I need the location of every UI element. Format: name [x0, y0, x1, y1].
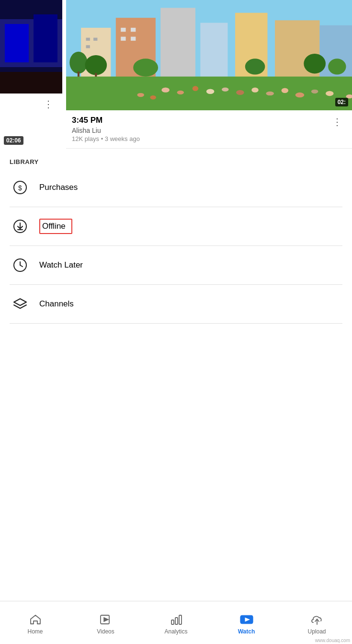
svg-rect-8	[160, 8, 195, 87]
svg-marker-52	[14, 299, 26, 305]
svg-point-36	[266, 92, 274, 95]
svg-rect-13	[86, 38, 90, 41]
library-item-channels[interactable]: Channels	[10, 285, 342, 324]
small-thumb-svg	[0, 0, 62, 94]
svg-rect-15	[86, 45, 90, 48]
video-carousel: 02:06 ⋮	[0, 0, 352, 149]
svg-text:$: $	[18, 184, 22, 192]
small-thumbnail	[0, 0, 62, 94]
large-card-info: 3:45 PM Alisha Liu 12K plays • 3 weeks a…	[66, 110, 352, 149]
nav-label-analytics: Analytics	[164, 628, 187, 635]
svg-point-35	[251, 87, 259, 92]
offline-highlight-box: Offline	[39, 219, 72, 234]
videos-icon	[99, 613, 113, 626]
svg-point-42	[150, 95, 156, 99]
svg-point-25	[328, 59, 346, 74]
svg-rect-19	[131, 37, 136, 41]
svg-point-32	[206, 89, 215, 94]
library-section: LIBRARY $ Purchases Off	[0, 149, 352, 324]
svg-point-24	[304, 54, 326, 74]
download-icon	[10, 216, 31, 237]
nav-item-home[interactable]: Home	[0, 601, 70, 644]
svg-marker-54	[104, 618, 108, 621]
small-duration: 02:06	[4, 136, 23, 145]
svg-point-39	[311, 90, 318, 94]
large-card-stats: 12K plays • 3 weeks ago	[72, 135, 329, 142]
svg-point-21	[85, 55, 107, 75]
library-heading: LIBRARY	[10, 158, 342, 165]
nav-item-analytics[interactable]: Analytics	[141, 601, 211, 644]
svg-point-33	[222, 87, 229, 91]
large-duration: 02:	[335, 98, 348, 106]
large-more-button[interactable]: ⋮	[329, 115, 346, 129]
nav-label-home: Home	[27, 628, 43, 635]
svg-point-37	[282, 88, 289, 93]
svg-rect-56	[175, 618, 178, 624]
large-card-meta: 3:45 PM Alisha Liu 12K plays • 3 weeks a…	[72, 115, 329, 142]
nav-label-upload: Upload	[307, 628, 326, 635]
library-item-watch-later-label: Watch Later	[39, 260, 83, 270]
large-video-card: 02: 3:45 PM Alisha Liu 12K plays • 3 wee…	[66, 0, 352, 149]
svg-rect-17	[131, 28, 136, 32]
large-card-author: Alisha Liu	[72, 127, 329, 134]
nav-label-videos: Videos	[97, 628, 114, 635]
large-thumbnail: 02:	[66, 0, 352, 110]
upload-icon	[310, 613, 324, 626]
main-content: 02:06 ⋮	[0, 0, 352, 372]
svg-point-20	[69, 52, 87, 74]
svg-point-38	[295, 93, 305, 97]
bottom-nav: Home Videos Analytics W	[0, 601, 352, 644]
layers-icon	[10, 293, 31, 315]
library-item-watch-later[interactable]: Watch Later	[10, 246, 342, 285]
svg-point-30	[177, 91, 184, 94]
library-item-purchases-label: Purchases	[39, 183, 78, 192]
svg-point-31	[193, 86, 198, 91]
svg-rect-16	[121, 28, 125, 32]
svg-rect-55	[171, 620, 174, 624]
svg-point-41	[137, 93, 144, 97]
large-thumb-svg	[66, 0, 352, 110]
small-video-card: 02:06 ⋮	[0, 0, 62, 149]
library-item-channels-label: Channels	[39, 299, 74, 309]
clock-icon	[10, 255, 31, 276]
library-item-offline-label: Offline	[42, 222, 66, 231]
svg-point-34	[236, 90, 244, 95]
svg-rect-14	[93, 38, 97, 41]
svg-point-23	[245, 59, 265, 74]
library-item-purchases[interactable]: $ Purchases	[10, 168, 342, 207]
bottom-spacer	[0, 324, 352, 367]
svg-rect-10	[235, 13, 267, 88]
svg-rect-57	[179, 615, 182, 624]
dollar-circle-icon: $	[10, 177, 31, 198]
svg-rect-18	[121, 37, 125, 41]
nav-label-watch: Watch	[238, 628, 255, 635]
nav-item-videos[interactable]: Videos	[70, 601, 141, 644]
svg-point-22	[133, 59, 158, 76]
svg-line-51	[20, 265, 23, 267]
watch-icon	[240, 613, 253, 626]
large-card-title: 3:45 PM	[72, 115, 329, 126]
small-card-more-area: ⋮	[0, 94, 62, 115]
svg-point-40	[326, 91, 334, 96]
home-icon	[29, 613, 42, 626]
library-item-offline[interactable]: Offline	[10, 207, 342, 246]
svg-rect-4	[0, 72, 62, 94]
nav-item-watch[interactable]: Watch	[211, 601, 282, 644]
svg-rect-3	[34, 14, 57, 62]
analytics-icon	[170, 613, 183, 626]
svg-rect-2	[5, 24, 29, 62]
svg-point-29	[161, 87, 170, 92]
watermark: www.douaq.com	[313, 637, 352, 644]
small-more-button[interactable]: ⋮	[40, 97, 57, 111]
